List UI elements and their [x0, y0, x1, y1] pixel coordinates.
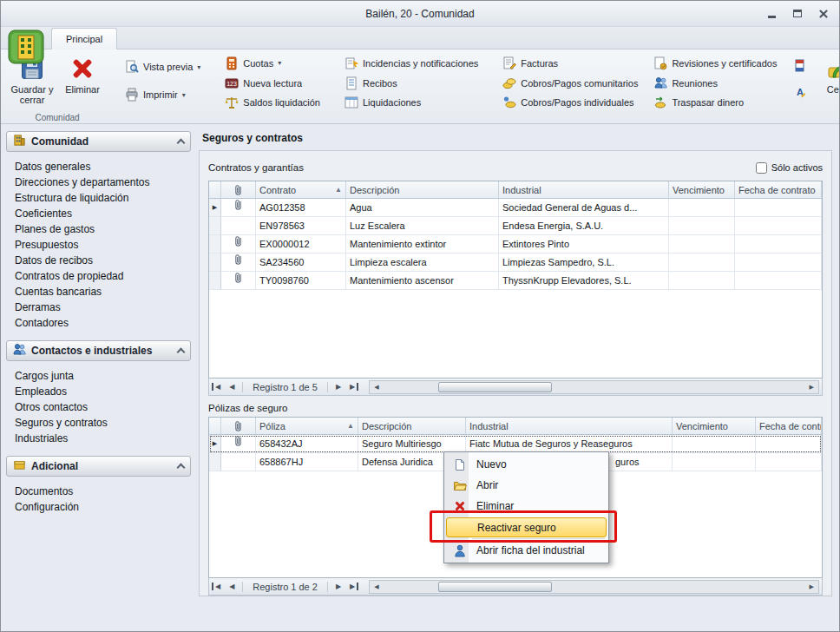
column-header-industrial[interactable]: Industrial: [466, 418, 673, 435]
solo-activos-checkbox-input[interactable]: [756, 162, 767, 174]
tab-principal[interactable]: Principal: [51, 28, 117, 49]
column-header-poliza[interactable]: Póliza ▲: [256, 418, 358, 435]
sidebar-item-cargos-junta[interactable]: Cargos junta: [15, 368, 191, 384]
scroll-right-button[interactable]: ▶: [805, 583, 818, 590]
receipt-icon: [345, 76, 358, 90]
column-header-descripcion[interactable]: Descripción: [346, 181, 499, 199]
incidencias-button[interactable]: Incidencias y notificaciones: [340, 55, 482, 72]
preview-icon: [125, 60, 139, 74]
sidebar-item-datos-generales[interactable]: Datos generales: [15, 159, 191, 174]
table-row[interactable]: EN978563 Luz Escalera Endesa Energia, S.…: [209, 217, 822, 235]
nueva-lectura-button[interactable]: 123 Nueva lectura: [220, 75, 325, 92]
menu-item-reactivar-seguro[interactable]: Reactivar seguro: [446, 517, 607, 537]
sidebar-item-datos-recibos[interactable]: Datos de recibos: [15, 253, 191, 268]
close-button[interactable]: Cerrar: [816, 53, 840, 111]
sidebar-item-estructura-liquidacion[interactable]: Estructura de liquidación: [15, 190, 191, 206]
current-row-marker: ▶: [213, 199, 217, 216]
maximize-button[interactable]: [789, 6, 806, 21]
column-header-descripcion[interactable]: Descripción: [358, 418, 466, 435]
sidebar-item-direcciones[interactable]: Direcciones y departamentos: [15, 174, 191, 190]
scrollbar-thumb[interactable]: [438, 382, 552, 392]
section-header-contactos[interactable]: Contactos e industriales: [6, 340, 191, 361]
menu-item-nuevo[interactable]: Nuevo: [446, 454, 607, 475]
application-icon[interactable]: [8, 30, 44, 68]
revisiones-button[interactable]: Revisiones y certificados: [649, 55, 781, 72]
row-indicator-header[interactable]: [209, 181, 221, 199]
record-navigator-polizas: ◀ ◀ Registro 1 de 2 ▶ ▶ ◀ ▶: [208, 578, 823, 596]
sort-ascending-icon: ▲: [347, 418, 354, 435]
section-header-comunidad[interactable]: Comunidad: [6, 131, 191, 152]
nav-first-button[interactable]: ◀: [212, 583, 224, 590]
column-header-vencimiento[interactable]: Vencimiento: [669, 181, 735, 199]
sidebar-item-derramas[interactable]: Derramas: [15, 300, 191, 315]
attachment-column-header[interactable]: [221, 181, 256, 199]
table-row[interactable]: SA234560 Limpieza escalera Limpiezas Sam…: [209, 253, 822, 272]
column-header-vencimiento[interactable]: Vencimiento: [673, 418, 756, 435]
recibos-button[interactable]: Recibos: [340, 75, 482, 92]
sidebar-item-contadores[interactable]: Contadores: [15, 315, 191, 331]
row-indicator-header[interactable]: [209, 418, 221, 435]
menu-item-abrir[interactable]: Abrir: [446, 475, 607, 496]
nav-prev-button[interactable]: ◀: [226, 583, 238, 590]
column-header-industrial[interactable]: Industrial: [499, 181, 669, 199]
column-header-fecha-contrato[interactable]: Fecha de contrato: [756, 418, 822, 435]
print-button[interactable]: Imprimir ▾: [121, 86, 205, 103]
sidebar-item-empleados[interactable]: Empleados: [15, 384, 191, 399]
delete-button[interactable]: Eliminar: [58, 53, 107, 111]
scrollbar-thumb[interactable]: [438, 582, 552, 592]
scrollbar-track[interactable]: [384, 381, 805, 393]
table-row-selected[interactable]: ▶ 658432AJ Seguro Multiriesgo Fiatc Mutu…: [209, 435, 822, 453]
cobros-individuales-button[interactable]: Cobros/Pagos individuales: [498, 94, 642, 111]
cuotas-button[interactable]: Cuotas ▾: [220, 55, 325, 72]
nav-next-button[interactable]: ▶: [332, 383, 345, 391]
printer-icon: [125, 88, 139, 102]
horizontal-scrollbar[interactable]: ◀ ▶: [369, 580, 819, 594]
sidebar-item-documentos[interactable]: Documentos: [15, 484, 191, 499]
export-doc-button[interactable]: [788, 56, 810, 74]
column-header-contrato[interactable]: Contrato ▲: [256, 181, 346, 199]
nav-prev-button[interactable]: ◀: [226, 383, 238, 391]
nav-first-button[interactable]: ◀: [212, 383, 224, 391]
edit-letter-button[interactable]: A: [788, 82, 810, 100]
sidebar-item-presupuestos[interactable]: Presupuestos: [15, 237, 191, 253]
scroll-left-button[interactable]: ◀: [370, 583, 383, 590]
horizontal-scrollbar[interactable]: ◀ ▶: [369, 380, 819, 394]
liquidaciones-button[interactable]: Liquidaciones: [340, 94, 482, 111]
sidebar-item-configuracion[interactable]: Configuración: [15, 499, 191, 515]
incident-note-icon: [345, 56, 358, 70]
current-row-marker: ▶: [213, 435, 217, 452]
menu-item-abrir-ficha-industrial[interactable]: Abrir ficha del industrial: [446, 540, 607, 561]
nav-last-button[interactable]: ▶: [346, 583, 358, 590]
sidebar-item-cuentas-bancarias[interactable]: Cuentas bancarias: [15, 284, 191, 300]
scroll-right-button[interactable]: ▶: [805, 384, 818, 391]
scrollbar-track[interactable]: [384, 581, 805, 593]
reuniones-button[interactable]: Reuniones: [649, 75, 781, 92]
sidebar-item-otros-contactos[interactable]: Otros contactos: [15, 399, 191, 415]
column-header-fecha-contrato[interactable]: Fecha de contrato: [735, 181, 822, 199]
sidebar-item-coeficientes[interactable]: Coeficientes: [15, 206, 191, 221]
invoice-icon: [502, 56, 516, 70]
attachment-column-header[interactable]: [221, 418, 256, 435]
minimize-icon: [768, 16, 776, 18]
sidebar-item-seguros-contratos[interactable]: Seguros y contratos: [15, 415, 191, 431]
sidebar-item-industriales[interactable]: Industriales: [15, 431, 191, 446]
nav-last-button[interactable]: ▶: [346, 383, 358, 391]
sidebar-item-planes-gastos[interactable]: Planes de gastos: [15, 221, 191, 237]
new-document-icon: [451, 458, 468, 471]
saldos-liquidacion-button[interactable]: Saldos liquidación: [220, 94, 325, 111]
close-window-button[interactable]: [815, 6, 832, 21]
traspasar-dinero-button[interactable]: Traspasar dinero: [649, 94, 781, 111]
nav-next-button[interactable]: ▶: [332, 583, 345, 590]
section-header-adicional[interactable]: Adicional: [6, 456, 191, 477]
cobros-comunitarios-button[interactable]: Cobros/Pagos comunitarios: [498, 75, 642, 92]
menu-item-eliminar[interactable]: Eliminar: [446, 496, 607, 517]
preview-button[interactable]: Vista previa ▾: [121, 58, 205, 76]
table-row[interactable]: EX0000012 Mantenimiento extintor Extinto…: [209, 235, 822, 253]
scroll-left-button[interactable]: ◀: [370, 384, 383, 391]
minimize-button[interactable]: [763, 6, 780, 21]
sidebar-item-contratos-propiedad[interactable]: Contratos de propiedad: [15, 268, 191, 284]
solo-activos-checkbox[interactable]: Sólo activos: [756, 162, 823, 174]
facturas-button[interactable]: Facturas: [498, 55, 642, 72]
table-row[interactable]: ▶ AG012358 Agua Sociedad General de Agua…: [209, 199, 822, 217]
table-row[interactable]: TY0098760 Mantenimiento ascensor ThyssnK…: [209, 272, 822, 290]
